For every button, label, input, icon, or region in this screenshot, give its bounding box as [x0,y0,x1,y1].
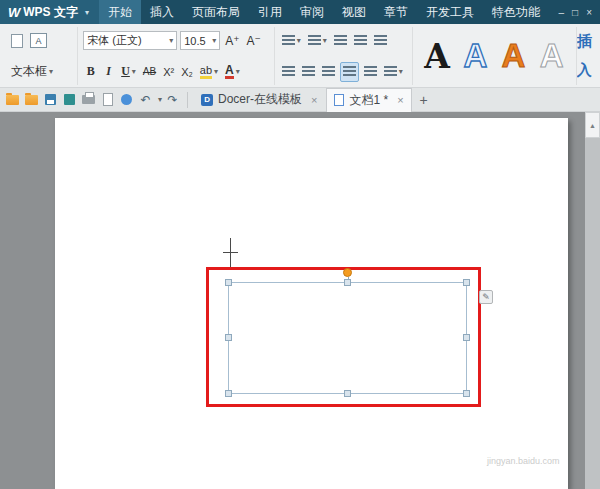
tab-home[interactable]: 开始 [99,0,141,24]
doc-tab-label: Docer-在线模板 [218,91,302,108]
decrease-indent-icon [334,35,347,46]
wordart-gallery: A A A A [413,27,577,85]
align-center-button[interactable] [300,62,317,82]
distributed-button[interactable] [362,62,379,82]
vertical-scrollbar[interactable]: ▲ [585,112,600,489]
rotation-handle[interactable] [343,268,352,277]
print-preview-button[interactable] [99,91,116,108]
align-right-button[interactable] [320,62,337,82]
resize-handle[interactable] [344,279,351,286]
new-tab-button[interactable]: + [414,92,434,108]
resize-handle[interactable] [463,334,470,341]
minimize-icon[interactable]: – [559,7,565,18]
decrease-indent-button[interactable] [332,31,349,51]
tab-special-features[interactable]: 特色功能 [483,0,549,24]
close-icon[interactable]: × [586,7,592,18]
undo-history-dropdown[interactable]: ▾ [158,95,162,104]
open-recent-button[interactable] [23,91,40,108]
tab-insert[interactable]: 插入 [141,0,183,24]
chevron-down-icon: ▾ [297,36,301,45]
folder-icon [6,95,19,105]
save-button[interactable] [42,91,59,108]
resize-handle[interactable] [225,390,232,397]
print-button[interactable] [80,91,97,108]
export-button[interactable] [61,91,78,108]
subscript-button[interactable]: X₂ [179,62,195,82]
justify-button[interactable] [340,62,359,82]
tab-page-layout[interactable]: 页面布局 [183,0,249,24]
separator [187,92,188,108]
wordart-style-4[interactable]: A [533,29,571,83]
wordart-style-3[interactable]: A [494,29,532,83]
redo-button[interactable]: ↷ [164,91,181,108]
app-logo-tab[interactable]: W WPS 文字 ▾ [0,0,99,24]
format-painter-button[interactable] [118,91,135,108]
chevron-down-icon: ▾ [399,67,403,76]
strikethrough-button[interactable]: AB [141,62,158,82]
grow-font-button[interactable]: A⁺ [223,31,241,51]
doc-tab-docer[interactable]: D Docer-在线模板 × [194,88,324,111]
resize-handle[interactable] [463,390,470,397]
numbered-list-button[interactable]: ▾ [306,31,329,51]
resize-handle[interactable] [225,334,232,341]
font-size-select[interactable]: 10.5 ▾ [180,31,220,50]
doc-tab-label: 文档1 * [349,92,388,109]
inserted-textbox[interactable] [228,282,467,394]
watermark-text: jingyan.baidu.com [487,456,560,466]
superscript-button[interactable]: X² [161,62,176,82]
wordart-style-2[interactable]: A [456,29,494,83]
line-spacing-icon [384,66,397,77]
highlight-color-button[interactable]: ab ▾ [198,62,220,82]
italic-button[interactable]: I [101,62,116,82]
maximize-icon[interactable]: □ [572,7,578,18]
resize-handle[interactable] [344,390,351,397]
shrink-font-button[interactable]: A⁻ [245,31,263,51]
bullet-list-button[interactable]: ▾ [280,31,303,51]
tab-review[interactable]: 审阅 [291,0,333,24]
paragraph-mark-button[interactable] [372,31,389,51]
align-left-button[interactable] [280,62,297,82]
draw-cursor-crosshair [230,238,231,268]
close-tab-icon[interactable]: × [397,94,403,106]
chevron-down-icon[interactable]: ▾ [85,8,89,17]
tab-view[interactable]: 视图 [333,0,375,24]
page-icon [11,34,23,48]
align-center-icon [302,66,315,77]
tab-references[interactable]: 引用 [249,0,291,24]
printer-icon [82,95,95,104]
tab-developer[interactable]: 开发工具 [417,0,483,24]
font-color-button[interactable]: A ▾ [223,62,242,82]
scrollbar-thumb[interactable]: ▲ [585,112,600,138]
app-name: WPS 文字 [23,4,78,21]
doc-tab-document1[interactable]: 文档1 * × [326,88,411,112]
align-right-icon [322,66,335,77]
wordart-style-1[interactable]: A [418,29,456,83]
textbox-style-button[interactable]: A [28,31,49,51]
textbox-options-button[interactable]: ✎ [479,290,493,304]
ribbon-overflow: 插 入 [577,27,600,85]
paragraph-mark-icon [374,35,387,46]
folder-icon [25,95,38,105]
tab-section[interactable]: 章节 [375,0,417,24]
title-bar: W WPS 文字 ▾ 开始 插入 页面布局 引用 审阅 视图 章节 开发工具 特… [0,0,600,24]
insert-partial-button-2[interactable]: 入 [577,61,592,80]
window-controls: – □ × [559,7,600,18]
font-name-value: 宋体 (正文) [87,33,141,48]
justify-icon [343,66,356,77]
paste-button[interactable] [9,31,25,51]
open-folder-button[interactable] [4,91,21,108]
distributed-icon [364,66,377,77]
line-spacing-button[interactable]: ▾ [382,62,405,82]
resize-handle[interactable] [463,279,470,286]
insert-partial-button[interactable]: 插 [577,32,592,51]
font-name-select[interactable]: 宋体 (正文) ▾ [83,31,177,50]
close-tab-icon[interactable]: × [311,94,317,106]
resize-handle[interactable] [225,279,232,286]
underline-button[interactable]: U ▾ [119,62,138,82]
bold-button[interactable]: B [83,62,98,82]
increase-indent-button[interactable] [352,31,369,51]
chevron-down-icon: ▾ [169,36,173,45]
insert-textbox-button[interactable]: 文本框 ▾ [9,62,55,82]
numbered-list-icon [308,35,321,46]
undo-button[interactable]: ↶ [137,91,154,108]
